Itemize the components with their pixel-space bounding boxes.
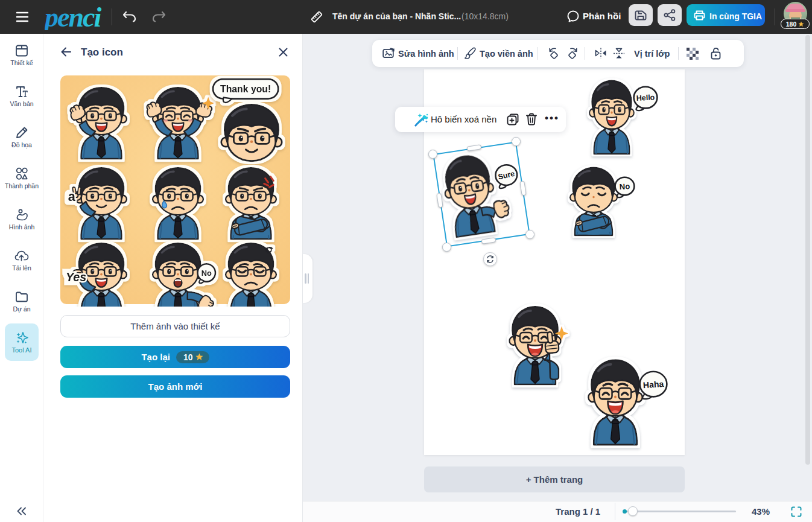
svg-text:a: a: [68, 189, 76, 204]
svg-text:Yes: Yes: [66, 270, 86, 284]
svg-text:Thank you!: Thank you!: [220, 84, 271, 94]
svg-text:Hello: Hello: [636, 93, 655, 103]
svg-text:No: No: [201, 269, 212, 278]
svg-text:No: No: [619, 182, 630, 191]
svg-text:penci: penci: [45, 4, 101, 30]
svg-text:Haha: Haha: [642, 379, 664, 390]
